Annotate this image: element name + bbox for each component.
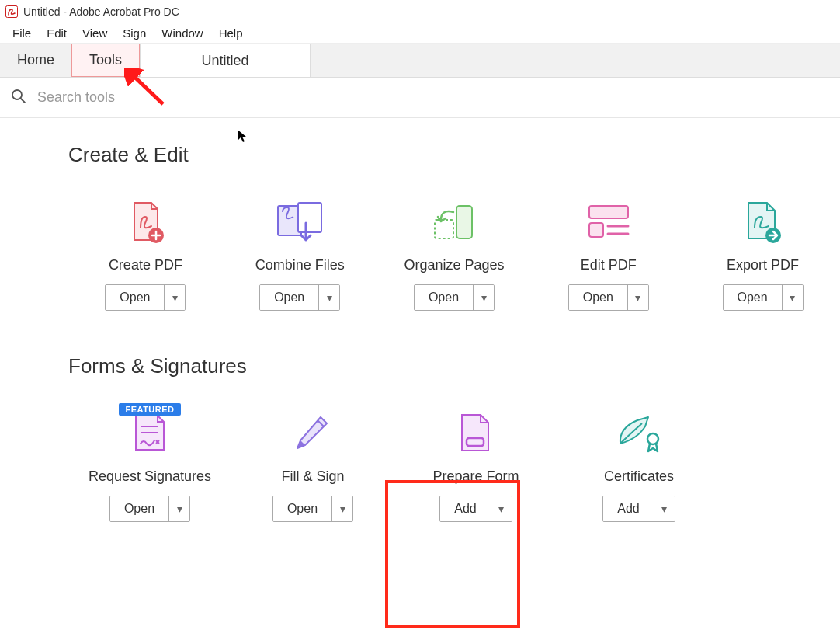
open-button[interactable]: Open [415, 285, 474, 310]
request-signatures-icon [130, 409, 170, 458]
section-create-edit: Create & Edit Create PDF Open ▾ Combine … [0, 129, 840, 311]
dropdown-button[interactable]: ▾ [491, 496, 512, 521]
dropdown-button[interactable]: ▾ [169, 496, 189, 521]
cursor-icon [237, 129, 248, 143]
add-button[interactable]: Add [603, 496, 654, 521]
window-title: Untitled - Adobe Acrobat Pro DC [23, 5, 179, 18]
tab-tools[interactable]: Tools [71, 44, 140, 77]
svg-line-3 [21, 99, 25, 103]
window-titlebar: Untitled - Adobe Acrobat Pro DC [0, 0, 840, 23]
tool-certificates[interactable]: Certificates Add ▾ [557, 409, 720, 522]
tool-action: Open ▾ [109, 496, 190, 522]
tool-prepare-form[interactable]: Prepare Form Add ▾ [394, 409, 557, 522]
open-button[interactable]: Open [260, 285, 319, 310]
tool-action: Open ▾ [105, 284, 186, 311]
search-input[interactable] [37, 89, 829, 106]
dropdown-button[interactable]: ▾ [332, 496, 352, 521]
fill-sign-icon [291, 409, 335, 458]
svg-rect-6 [298, 203, 321, 232]
menu-edit[interactable]: Edit [39, 25, 75, 41]
search-icon [11, 89, 26, 106]
tool-combine-files[interactable]: Combine Files Open ▾ [223, 198, 377, 311]
menu-bar: File Edit View Sign Window Help [0, 23, 840, 44]
add-button[interactable]: Add [440, 496, 491, 521]
dropdown-button[interactable]: ▾ [319, 285, 339, 310]
svg-rect-7 [456, 206, 472, 238]
create-pdf-icon [123, 198, 167, 246]
tool-create-pdf[interactable]: Create PDF Open ▾ [68, 198, 223, 311]
menu-view[interactable]: View [75, 25, 115, 41]
tool-edit-pdf[interactable]: Edit PDF Open ▾ [531, 198, 686, 311]
menu-help[interactable]: Help [211, 25, 251, 41]
svg-point-2 [12, 90, 22, 99]
tool-label: Create PDF [109, 257, 182, 273]
tool-action: Add ▾ [439, 496, 512, 522]
tool-action: Open ▾ [259, 284, 340, 311]
dropdown-button[interactable]: ▾ [783, 285, 803, 310]
menu-file[interactable]: File [5, 25, 39, 41]
tool-label: Prepare Form [432, 468, 519, 485]
tool-label: Organize Pages [404, 257, 504, 273]
svg-point-20 [647, 433, 658, 444]
svg-rect-10 [589, 223, 603, 237]
tools-search-bar [0, 78, 840, 118]
open-button[interactable]: Open [724, 285, 783, 310]
organize-pages-icon [430, 198, 478, 246]
tab-document[interactable]: Untitled [140, 44, 311, 77]
section-title-forms: Forms & Signatures [68, 354, 840, 378]
dropdown-button[interactable]: ▾ [474, 285, 494, 310]
prepare-form-icon [457, 409, 495, 458]
menu-sign[interactable]: Sign [115, 25, 154, 41]
tool-export-pdf[interactable]: Export PDF Open ▾ [686, 198, 840, 311]
export-pdf-icon [741, 198, 786, 246]
tab-home[interactable]: Home [0, 44, 71, 77]
svg-rect-8 [435, 220, 453, 238]
combine-files-icon [272, 198, 328, 246]
tool-label: Export PDF [727, 257, 799, 273]
tool-label: Combine Files [255, 257, 345, 273]
tool-action: Open ▾ [568, 284, 649, 311]
section-title-create-edit: Create & Edit [68, 143, 840, 167]
section-forms-signatures: Forms & Signatures FEATURED Request Sign… [0, 311, 840, 522]
tool-label: Request Signatures [89, 468, 211, 485]
tools-content: Create & Edit Create PDF Open ▾ Combine … [0, 118, 840, 522]
acrobat-app-icon [5, 5, 19, 19]
edit-pdf-icon [586, 198, 631, 246]
open-button[interactable]: Open [110, 496, 169, 521]
tool-organize-pages[interactable]: Organize Pages Open ▾ [377, 198, 532, 311]
open-button[interactable]: Open [106, 285, 165, 310]
open-button[interactable]: Open [569, 285, 628, 310]
svg-rect-9 [589, 206, 628, 218]
featured-badge: FEATURED [119, 403, 180, 416]
tool-action: Add ▾ [602, 496, 675, 522]
tab-bar: Home Tools Untitled [0, 44, 840, 78]
tool-action: Open ▾ [723, 284, 804, 311]
dropdown-button[interactable]: ▾ [628, 285, 648, 310]
dropdown-button[interactable]: ▾ [165, 285, 185, 310]
tool-action: Open ▾ [414, 284, 495, 311]
tool-row-forms: FEATURED Request Signatures Open ▾ Fill … [68, 409, 840, 522]
certificates-icon [614, 409, 664, 458]
tool-request-signatures[interactable]: FEATURED Request Signatures Open ▾ [68, 409, 231, 522]
open-button[interactable]: Open [273, 496, 332, 521]
menu-window[interactable]: Window [154, 25, 210, 41]
tool-label: Fill & Sign [281, 468, 344, 485]
tool-label: Certificates [604, 468, 674, 485]
tool-row-create-edit: Create PDF Open ▾ Combine Files Open ▾ [68, 198, 840, 311]
dropdown-button[interactable]: ▾ [654, 496, 675, 521]
tool-action: Open ▾ [272, 496, 353, 522]
tool-fill-sign[interactable]: Fill & Sign Open ▾ [231, 409, 394, 522]
tool-label: Edit PDF [581, 257, 637, 273]
